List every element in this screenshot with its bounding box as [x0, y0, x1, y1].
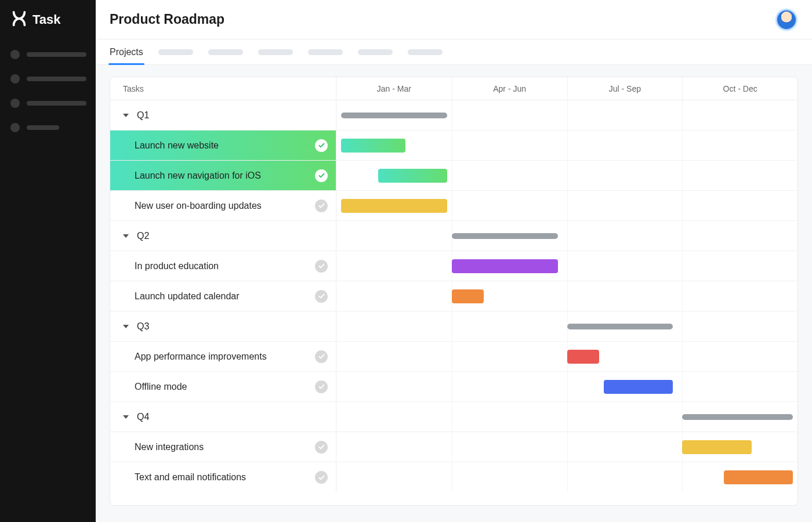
sidebar-item-placeholder[interactable] — [10, 50, 86, 59]
tabstrip: Projects — [96, 39, 812, 65]
gantt-header: Tasks Jan - MarApr - JunJul - SepOct - D… — [110, 77, 798, 100]
sidebar-item-placeholder[interactable] — [10, 74, 86, 84]
task-row: Launch new website — [110, 130, 798, 161]
check-done-icon[interactable] — [315, 139, 328, 152]
tab-projects[interactable]: Projects — [110, 39, 143, 64]
timeline-cell — [336, 191, 798, 220]
check-icon[interactable] — [315, 380, 328, 393]
task-row: Text and email notifications — [110, 462, 798, 492]
gantt-bar[interactable] — [378, 169, 447, 183]
timeline-cell — [336, 130, 798, 160]
column-header-tasks: Tasks — [110, 77, 336, 100]
topbar: Product Roadmap — [96, 0, 812, 39]
check-icon[interactable] — [315, 471, 328, 484]
timeline-period: Jul - Sep — [567, 77, 683, 100]
timeline-cell — [336, 402, 798, 432]
sidebar-item-placeholder[interactable] — [10, 123, 86, 132]
task-row: Launch updated calendar — [110, 281, 798, 311]
group-label: Q3 — [137, 321, 149, 332]
tab-placeholder[interactable] — [358, 49, 393, 55]
group-label: Q4 — [137, 412, 149, 422]
brand: Task — [0, 0, 96, 39]
gantt-bar[interactable] — [452, 259, 558, 273]
caret-down-icon — [123, 234, 129, 238]
group-toggle[interactable]: Q4 — [110, 402, 336, 432]
task-label: Launch new website — [135, 140, 219, 151]
tab-placeholder[interactable] — [208, 49, 243, 55]
task-row: Launch new navigation for iOS — [110, 161, 798, 191]
group-label: Q1 — [137, 110, 149, 121]
task-label: New user on-boarding updates — [135, 201, 262, 211]
content: Tasks Jan - MarApr - JunJul - SepOct - D… — [96, 65, 812, 522]
gantt-bar[interactable] — [341, 199, 447, 213]
tab-placeholder[interactable] — [158, 49, 193, 55]
gantt-bar[interactable] — [452, 233, 558, 239]
sidebar: Task — [0, 0, 96, 522]
task-label: App performance improvements — [135, 351, 267, 362]
avatar[interactable] — [776, 9, 797, 30]
task-cell[interactable]: New integrations — [110, 432, 336, 462]
task-cell[interactable]: App performance improvements — [110, 342, 336, 371]
gantt-body[interactable]: Q1Launch new websiteLaunch new navigatio… — [110, 100, 798, 505]
task-cell[interactable]: Launch updated calendar — [110, 281, 336, 311]
check-done-icon[interactable] — [315, 169, 328, 182]
main: Product Roadmap Projects Tasks Jan - Mar… — [96, 0, 812, 522]
check-icon[interactable] — [315, 200, 328, 212]
tab-placeholder[interactable] — [408, 49, 443, 55]
logo-icon — [10, 10, 28, 30]
gantt-bar[interactable] — [567, 350, 600, 364]
check-icon[interactable] — [315, 260, 328, 273]
gantt-bar[interactable] — [567, 324, 673, 329]
task-row: App performance improvements — [110, 342, 798, 372]
timeline-cell — [336, 251, 798, 281]
group-toggle[interactable]: Q2 — [110, 221, 336, 251]
timeline-cell — [336, 432, 798, 462]
gantt-bar[interactable] — [682, 414, 793, 420]
tab-placeholder[interactable] — [308, 49, 343, 55]
gantt-bar[interactable] — [341, 139, 405, 153]
caret-down-icon — [123, 415, 129, 419]
task-cell[interactable]: Text and email notifications — [110, 462, 336, 492]
sidebar-nav — [0, 39, 96, 132]
timeline-cell — [336, 462, 798, 492]
timeline-cell — [336, 372, 798, 401]
task-row: New user on-boarding updates — [110, 191, 798, 221]
check-icon[interactable] — [315, 290, 328, 303]
group-toggle[interactable]: Q3 — [110, 311, 336, 341]
timeline-header: Jan - MarApr - JunJul - SepOct - Dec — [336, 77, 798, 100]
gantt-bar[interactable] — [452, 289, 484, 303]
tab-placeholder[interactable] — [258, 49, 293, 55]
check-icon[interactable] — [315, 441, 328, 454]
group-label: Q2 — [137, 231, 149, 241]
timeline-period: Oct - Dec — [682, 77, 798, 100]
group-toggle[interactable]: Q1 — [110, 100, 336, 130]
timeline-cell — [336, 311, 798, 341]
gantt-board: Tasks Jan - MarApr - JunJul - SepOct - D… — [110, 77, 798, 506]
task-cell[interactable]: Offline mode — [110, 372, 336, 401]
timeline-cell — [336, 100, 798, 130]
gantt-bar[interactable] — [682, 440, 751, 454]
task-label: In product education — [135, 261, 219, 271]
timeline-period: Jan - Mar — [336, 77, 452, 100]
group-row: Q3 — [110, 311, 798, 342]
brand-name: Task — [32, 12, 61, 27]
task-cell[interactable]: In product education — [110, 251, 336, 281]
timeline-cell — [336, 161, 798, 190]
task-label: Launch new navigation for iOS — [135, 171, 261, 181]
sidebar-item-placeholder[interactable] — [10, 99, 86, 108]
task-cell[interactable]: Launch new website — [110, 130, 336, 160]
gantt-bar[interactable] — [604, 380, 673, 394]
check-icon[interactable] — [315, 350, 328, 363]
task-row: Offline mode — [110, 372, 798, 402]
task-cell[interactable]: Launch new navigation for iOS — [110, 161, 336, 190]
task-cell[interactable]: New user on-boarding updates — [110, 191, 336, 220]
task-row: New integrations — [110, 432, 798, 462]
caret-down-icon — [123, 325, 129, 328]
group-row: Q4 — [110, 402, 798, 432]
timeline-cell — [336, 281, 798, 311]
task-label: New integrations — [135, 442, 204, 452]
gantt-bar[interactable] — [341, 113, 447, 118]
task-label: Launch updated calendar — [135, 291, 240, 302]
gantt-bar[interactable] — [724, 470, 793, 484]
timeline-period: Apr - Jun — [452, 77, 567, 100]
